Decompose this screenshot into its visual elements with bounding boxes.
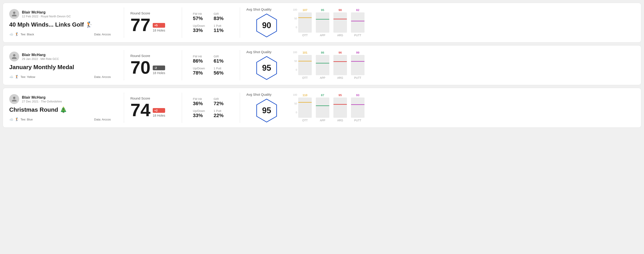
updown-value: 33% <box>193 27 208 33</box>
divider-left <box>124 93 124 123</box>
stats-section: FW Hit 36% GIR 72% Up/Down 33% 1 Putt 22… <box>188 97 234 119</box>
chart-column-putt: 99 PUTT <box>351 51 364 80</box>
chart-column-ott: 107 OTT <box>298 8 312 37</box>
fw-hit-label: FW Hit <box>193 55 208 58</box>
quality-label: Avg Shot Quality <box>246 50 271 54</box>
weather-icon: ☁️ <box>9 117 14 121</box>
score-number: 77 <box>130 16 150 34</box>
score-number: 74 <box>130 101 150 119</box>
chart-section: 100 50 0 107 OTT 95 APP <box>287 8 635 37</box>
hexagon-container: 95 <box>254 98 279 123</box>
y-axis: 100 50 0 <box>292 51 298 71</box>
data-source: Data: Arccos <box>94 75 111 79</box>
user-row: Blair McHarg 29 Jan 2022 · Mill Ride GCC <box>9 52 111 61</box>
chart-xlabel-putt: PUTT <box>354 119 361 122</box>
stats-section: FW Hit 57% GIR 83% Up/Down 33% 1 Putt 11… <box>188 12 234 33</box>
gir-value: 83% <box>214 15 229 21</box>
chart-xlabel-app: APP <box>320 119 325 122</box>
gir-label: GIR <box>214 97 229 101</box>
y-label-0: 0 <box>292 26 297 29</box>
stat-gir: GIR 72% <box>214 97 229 107</box>
tee-row: ☁️ 🏌️ Tee: Blue Data: Arccos <box>9 117 111 121</box>
round-card-round3: Blair McHarg 27 Dec 2021 · The Oxfordshi… <box>3 88 641 128</box>
quality-score: 90 <box>262 21 271 30</box>
tee-label: Tee: Black <box>20 33 34 36</box>
chart-full: 100 50 0 110 OTT 87 APP <box>292 94 635 122</box>
holes-label: 18 Holes <box>153 29 165 32</box>
avatar <box>9 94 19 104</box>
round-card-round1: Blair McHarg 12 Feb 2022 · Royal North D… <box>3 3 641 43</box>
divider-left <box>124 50 124 80</box>
chart-xlabel-arg: ARG <box>337 119 343 122</box>
y-axis: 100 50 0 <box>292 94 298 114</box>
chart-column-arg: 98 ARG <box>334 8 347 37</box>
chart-xlabel-app: APP <box>320 76 325 80</box>
chart-value-app: 86 <box>321 51 324 54</box>
chart-xlabel-ott: OTT <box>302 76 308 80</box>
stat-1putt: 1 Putt 56% <box>214 67 229 76</box>
weather-icon: ☁️ <box>9 75 14 79</box>
bar-columns: 107 OTT 95 APP 98 ARG <box>298 8 364 37</box>
hexagon-container: 90 <box>254 13 279 38</box>
chart-full: 100 50 0 101 OTT 86 APP <box>292 51 635 80</box>
score-number: 70 <box>130 59 150 77</box>
chart-value-arg: 98 <box>338 8 342 12</box>
tee-info: ☁️ 🏌️ Tee: Blue <box>9 117 33 121</box>
score-section: Round Score 77 +5 18 Holes <box>130 11 176 34</box>
chart-xlabel-ott: OTT <box>302 34 308 37</box>
gir-value: 61% <box>214 58 229 64</box>
stat-gir: GIR 61% <box>214 55 229 64</box>
stat-updown: Up/Down 78% <box>193 67 208 76</box>
quality-section: Avg Shot Quality 95 <box>246 93 287 123</box>
updown-label: Up/Down <box>193 24 208 27</box>
stat-updown: Up/Down 33% <box>193 109 208 119</box>
bar-columns: 110 OTT 87 APP 95 ARG <box>298 94 364 122</box>
data-source: Data: Arccos <box>94 118 111 121</box>
chart-value-ott: 110 <box>302 94 308 97</box>
user-info: Blair McHarg 27 Dec 2021 · The Oxfordshi… <box>22 95 62 103</box>
quality-score: 95 <box>262 63 271 73</box>
holes-label: 18 Holes <box>153 114 165 117</box>
y-label-100: 100 <box>292 94 297 96</box>
divider-mid <box>182 7 182 38</box>
fw-hit-value: 57% <box>193 15 208 21</box>
putt1-label: 1 Putt <box>214 24 229 27</box>
score-badge-col: +2 18 Holes <box>153 108 165 119</box>
wind-icon: 🏌️ <box>15 117 19 121</box>
chart-value-app: 95 <box>321 8 324 12</box>
fw-hit-value: 36% <box>193 101 208 107</box>
chart-column-app: 95 APP <box>316 8 329 37</box>
score-label: Round Score <box>130 54 176 58</box>
round-card-round2: Blair McHarg 29 Jan 2022 · Mill Ride GCC… <box>3 45 641 85</box>
putt1-label: 1 Putt <box>214 67 229 70</box>
y-label-100: 100 <box>292 51 297 54</box>
chart-xlabel-putt: PUTT <box>354 34 361 37</box>
quality-section: Avg Shot Quality 95 <box>246 50 287 80</box>
stat-1putt: 1 Putt 11% <box>214 24 229 33</box>
y-label-0: 0 <box>292 111 297 114</box>
divider-right <box>240 50 240 80</box>
y-axis: 100 50 0 <box>292 8 298 29</box>
quality-label: Avg Shot Quality <box>246 93 271 96</box>
tee-row: ☁️ 🏌️ Tee: Yellow Data: Arccos <box>9 75 111 79</box>
chart-section: 100 50 0 101 OTT 86 APP <box>287 51 635 80</box>
user-info: Blair McHarg 29 Jan 2022 · Mill Ride GCC <box>22 53 59 61</box>
score-main: 77 +5 18 Holes <box>130 16 176 34</box>
quality-section: Avg Shot Quality 90 <box>246 7 287 38</box>
hexagon-container: 95 <box>254 56 279 80</box>
putt1-value: 22% <box>214 113 229 119</box>
fw-hit-value: 86% <box>193 58 208 64</box>
stat-gir: GIR 83% <box>214 12 229 21</box>
stat-fw-hit: FW Hit 86% <box>193 55 208 64</box>
wind-icon: 🏌️ <box>15 32 19 36</box>
user-name: Blair McHarg <box>22 95 62 100</box>
chart-column-putt: 82 PUTT <box>351 8 364 37</box>
tee-row: ☁️ 🏌️ Tee: Black Data: Arccos <box>9 32 111 36</box>
score-label: Round Score <box>130 96 176 100</box>
stat-fw-hit: FW Hit 57% <box>193 12 208 21</box>
chart-column-app: 87 APP <box>316 94 329 122</box>
gir-value: 72% <box>214 101 229 107</box>
chart-value-app: 87 <box>321 94 324 97</box>
stats-grid: FW Hit 36% GIR 72% Up/Down 33% 1 Putt 22… <box>193 97 229 119</box>
stat-updown: Up/Down 33% <box>193 24 208 33</box>
